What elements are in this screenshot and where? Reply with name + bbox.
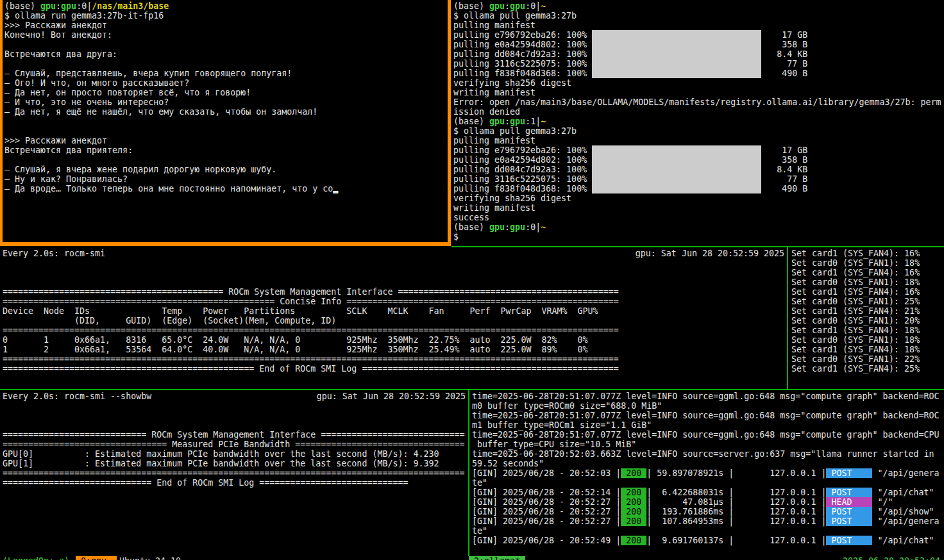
terminal-line: verifying sha256 digest: [453, 194, 944, 203]
text-segment: verifying sha256 digest: [453, 78, 571, 88]
terminal-line: [4, 117, 448, 126]
terminal-line: time=2025-06-28T20:51:07.077Z level=INFO…: [472, 430, 944, 440]
terminal-line: ========================================…: [3, 297, 784, 306]
method-badge: HEAD: [826, 497, 872, 507]
terminal-line: pulling manifest: [453, 21, 944, 30]
progress-bar-fill: [592, 59, 761, 69]
text-segment: pulling 3116c5225075: 100%: [453, 59, 592, 69]
text-segment: pulling e796792eba26: 100%: [453, 145, 592, 155]
terminal-line: Set card1 (SYS_FAN4): 16%: [791, 287, 944, 297]
prompt-path: ~: [541, 222, 546, 232]
pane-watch-rocm-smi-showbw[interactable]: Every 2.0s: rocm-smi --showbw gpu: Sat J…: [0, 390, 468, 556]
text-segment: | 47.081µs | 127.0.0.1 |: [646, 497, 826, 507]
terminal-output: (base) gpu:gpu:0|~$ ollama pull gemma3:2…: [453, 1, 944, 242]
watch-command: Every 2.0s: rocm-smi: [3, 249, 105, 258]
text-segment: "/api/chat": [872, 488, 934, 497]
text-segment: [GIN] 2025/06/28 - 20:52:27 |: [472, 497, 621, 507]
terminal-line: pulling f838f048d368: 100% 490 B: [453, 184, 944, 194]
terminal-line: ========================================…: [3, 325, 784, 335]
terminal-line: verifying sha256 digest: [453, 78, 944, 88]
terminal-line: (base) gpu:gpu:0|~: [453, 1, 944, 11]
text-segment: ========================================…: [3, 287, 619, 297]
text-segment: :: [505, 117, 510, 126]
text-segment: (base): [453, 1, 489, 11]
terminal-line: writing manifest: [453, 203, 944, 213]
text-segment: te": [472, 478, 487, 488]
terminal-line: [GIN] 2025/06/28 - 20:52:49 | 200 | 9.69…: [472, 536, 944, 545]
progress-bar-fill: [592, 174, 761, 184]
prompt-user: gpu: [489, 222, 505, 232]
text-segment: [GIN] 2025/06/28 - 20:52:27 |: [472, 507, 621, 516]
text-segment: "/": [872, 497, 893, 507]
method-badge: POST: [826, 488, 872, 497]
status-clock: 2025-06-28 20:53:04: [843, 556, 940, 560]
text-segment: $ ollama run gemma3:27b-it-fp16: [4, 11, 164, 21]
pane-ollama-pull-terminal[interactable]: (base) gpu:gpu:0|~$ ollama pull gemma3:2…: [451, 0, 944, 246]
prompt-path: ~: [541, 1, 546, 11]
terminal-line: [4, 126, 448, 136]
text-segment: Set card0 (SYS_FAN1): 25%: [791, 297, 920, 306]
window-tab-0[interactable]: 0:gpu-: [76, 556, 117, 560]
text-segment: 490 B: [761, 184, 807, 194]
text-segment: :: [505, 222, 510, 232]
text-segment: Set card1 (SYS_FAN4): 16%: [791, 249, 920, 258]
terminal-line: Set card1 (SYS_FAN4): 21%: [791, 306, 944, 316]
progress-bar-fill: [592, 184, 761, 194]
text-segment: "/api/genera: [872, 468, 939, 478]
terminal-line: [4, 59, 448, 69]
progress-bar-fill: [592, 40, 761, 49]
progress-bar-fill: [592, 165, 761, 174]
text-segment: writing manifest: [453, 203, 535, 213]
session-name: (LoggedOn: a): [3, 556, 69, 560]
pane-divider-vertical-middle: [787, 247, 788, 389]
terminal-line: $ ollama pull gemma3:27b: [453, 126, 944, 136]
terminal-line: pulling e0a42594d802: 100% 358 B: [453, 155, 944, 165]
terminal-line: [3, 411, 466, 420]
text-segment: ================================ Measure…: [3, 440, 465, 449]
pane-fan-control-log[interactable]: Set card1 (SYS_FAN4): 16%Set card0 (SYS_…: [789, 247, 944, 389]
text-segment: >>> Расскажи анекдот: [4, 21, 107, 30]
text-segment: pulling f838f048d368: 100%: [453, 184, 592, 194]
text-segment: — Да нет, я ещё не нашёл, что ему сказат…: [4, 107, 317, 117]
terminal-line: ============================= End of ROC…: [3, 478, 466, 488]
terminal-line: Set card1 (SYS_FAN4): 18%: [791, 325, 944, 335]
pane-watch-rocm-smi[interactable]: Every 2.0s: rocm-smi gpu: Sat Jun 28 20:…: [0, 247, 787, 389]
watch-host-timestamp: gpu: Sat Jun 28 20:52:59 2025: [636, 249, 784, 258]
text-segment: Set card0 (SYS_FAN1): 20%: [791, 316, 920, 325]
text-segment: success: [453, 213, 489, 222]
text-segment: Set card1 (SYS_FAN4): 16%: [791, 287, 920, 297]
terminal-output: (base) gpu:gpu:0|/nas/main3/base$ ollama…: [4, 1, 448, 194]
pane-ollama-chat-terminal[interactable]: (base) gpu:gpu:0|/nas/main3/base$ ollama…: [0, 0, 451, 246]
text-segment: 17 GB: [761, 30, 807, 40]
prompt-host: gpu: [61, 1, 76, 11]
text-segment: | 9.691760137s | 127.0.0.1 |: [646, 536, 826, 545]
terminal-line: pulling dd084c7d92a3: 100% 8.4 KB: [453, 49, 944, 59]
text-segment: ========================================…: [3, 297, 619, 306]
terminal-line: time=2025-06-28T20:51:07.077Z level=INFO…: [472, 391, 944, 401]
terminal-line: (base) gpu:gpu:0|/nas/main3/base: [4, 1, 448, 11]
terminal-line: — Да вроде… Только теперь она мне постоя…: [4, 184, 448, 194]
text-segment: |: [535, 222, 541, 232]
text-segment: [GIN] 2025/06/28 - 20:52:27 |: [472, 516, 621, 526]
terminal-line: — Ну и как? Понравилась?: [4, 174, 448, 184]
terminal-line: pulling manifest: [453, 136, 944, 145]
terminal-line: $: [453, 232, 944, 242]
method-badge: POST: [826, 536, 872, 545]
terminal-line: Set card0 (SYS_FAN1): 25%: [791, 297, 944, 306]
text-segment: 59.52 seconds": [472, 459, 544, 468]
tmux-screen: (base) gpu:gpu:0|/nas/main3/base$ ollama…: [0, 0, 944, 560]
terminal-line: Встречаются два приятеля:: [4, 145, 448, 155]
terminal-line: Set card0 (SYS_FAN1): 18%: [791, 335, 944, 345]
pane-ollama-server-log[interactable]: time=2025-06-28T20:51:07.077Z level=INFO…: [470, 390, 944, 556]
window-tab-1[interactable]: Ubuntu 24.10: [119, 556, 181, 560]
window-tab-2[interactable]: 2:ollama*: [469, 556, 525, 560]
terminal-line: Set card1 (SYS_FAN4): 25%: [791, 364, 944, 374]
text-segment: [GIN] 2025/06/28 - 20:52:03 |: [472, 468, 621, 478]
terminal-line: $ ollama pull gemma3:27b: [453, 11, 944, 21]
terminal-line: ========================================…: [3, 354, 784, 364]
terminal-line: — Да нет, я ещё не нашёл, что ему сказат…: [4, 107, 448, 117]
terminal-line: Конечно! Вот анекдот:: [4, 30, 448, 40]
text-segment: 17 GB: [761, 145, 807, 155]
prompt-user: gpu: [489, 117, 505, 126]
text-segment: — И что, это не очень интересно?: [4, 97, 169, 107]
